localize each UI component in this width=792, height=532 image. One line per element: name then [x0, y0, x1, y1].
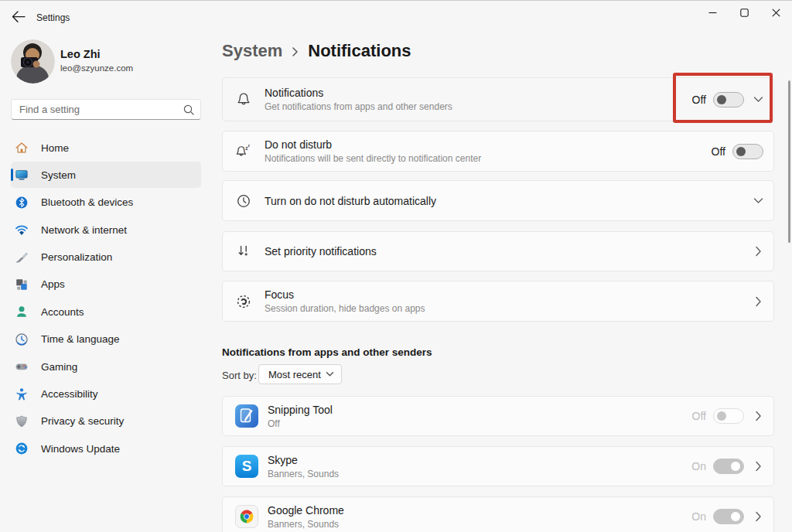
home-icon — [15, 141, 29, 155]
back-arrow-icon — [11, 10, 26, 24]
sidebar-item-label: Accessibility — [41, 388, 98, 400]
sidebar-item-label: Time & language — [41, 333, 120, 345]
minimize-button[interactable] — [697, 1, 729, 24]
sidebar-item-label: Gaming — [41, 361, 77, 373]
gaming-icon — [15, 360, 29, 373]
app-subtitle: Banners, Sounds — [268, 519, 691, 530]
card-priority-notifications[interactable]: Set priority notifications — [222, 231, 774, 271]
app-name: Skype — [268, 454, 691, 466]
windows-update-icon — [15, 442, 29, 455]
search-box[interactable] — [11, 99, 201, 120]
google-chrome-icon — [235, 505, 258, 528]
sidebar-item-home[interactable]: Home — [11, 135, 201, 161]
card-dnd-automatic[interactable]: Turn on do not disturb automatically — [222, 180, 774, 221]
card-title: Set priority notifications — [265, 245, 744, 257]
card-title: Do not disturb — [265, 138, 712, 151]
minimize-icon — [708, 9, 717, 17]
apps-icon — [15, 278, 29, 292]
avatar-photo — [11, 39, 55, 84]
toggle-state-label: Off — [712, 145, 725, 158]
card-subtitle: Session duration, hide badges on apps — [265, 303, 744, 314]
avatar[interactable] — [11, 39, 55, 84]
scrollbar-thumb[interactable] — [788, 80, 790, 243]
sidebar-item-time-language[interactable]: Time & language — [11, 326, 201, 353]
sidebar-item-accessibility[interactable]: Accessibility — [11, 381, 201, 408]
sidebar-item-label: Personalization — [41, 251, 112, 263]
maximize-button[interactable] — [729, 1, 760, 24]
sidebar-item-accounts[interactable]: Accounts — [11, 298, 201, 325]
sidebar-item-label: Network & internet — [41, 224, 127, 236]
skype-toggle[interactable] — [713, 459, 744, 474]
bluetooth-icon — [15, 196, 29, 210]
sort-dropdown[interactable]: Most recent — [258, 364, 342, 384]
app-name: Snipping Tool — [268, 404, 692, 416]
toggle-state-label: On — [691, 510, 706, 523]
focus-icon — [235, 293, 252, 310]
sidebar-item-label: Bluetooth & devices — [41, 196, 133, 208]
dropdown-chevron-icon — [326, 371, 334, 377]
priority-icon — [235, 243, 252, 260]
search-icon — [183, 104, 194, 115]
breadcrumb-chevron-icon — [292, 46, 299, 57]
toggle-state-label: On — [691, 460, 706, 472]
back-button[interactable] — [11, 10, 26, 24]
snipping-tool-icon — [235, 404, 258, 428]
sidebar-item-label: Home — [41, 142, 69, 154]
accounts-icon — [15, 305, 29, 319]
user-email: leo@szyunze.com — [60, 63, 133, 73]
card-title: Notifications — [265, 87, 692, 99]
sidebar-item-label: Privacy & security — [41, 415, 124, 427]
svg-text:z: z — [248, 144, 251, 148]
maximize-icon — [740, 9, 749, 17]
card-title: Focus — [265, 288, 744, 301]
app-subtitle: Banners, Sounds — [268, 469, 691, 479]
chevron-right-icon[interactable] — [755, 411, 762, 421]
sidebar-item-bluetooth[interactable]: Bluetooth & devices — [11, 189, 201, 216]
search-input[interactable] — [12, 104, 177, 115]
app-row-google-chrome[interactable]: Google Chrome Banners, Sounds On — [222, 496, 774, 532]
breadcrumb-system[interactable]: System — [222, 41, 282, 61]
snipping-tool-toggle[interactable] — [713, 408, 744, 424]
google-chrome-toggle[interactable] — [713, 509, 744, 524]
close-button[interactable] — [760, 1, 792, 24]
sidebar-item-apps[interactable]: Apps — [11, 271, 201, 298]
toggle-state-label: Off — [692, 410, 706, 422]
sidebar-item-network[interactable]: Network & internet — [11, 217, 201, 243]
schedule-clock-icon — [235, 193, 252, 210]
card-subtitle: Notifications will be sent directly to n… — [265, 153, 712, 164]
card-focus[interactable]: Focus Session duration, hide badges on a… — [222, 281, 774, 322]
app-subtitle: Off — [268, 418, 692, 429]
sidebar-item-label: Accounts — [41, 306, 84, 318]
sidebar-item-gaming[interactable]: Gaming — [11, 353, 201, 380]
sidebar-item-personalization[interactable]: Personalization — [11, 244, 201, 271]
sidebar-item-label: System — [41, 169, 76, 181]
chevron-right-icon[interactable] — [755, 296, 762, 307]
app-row-skype[interactable]: S Skype Banners, Sounds On — [222, 446, 774, 486]
chevron-right-icon[interactable] — [755, 461, 762, 472]
breadcrumb: System Notifications — [222, 41, 411, 61]
accessibility-icon — [15, 387, 29, 401]
do-not-disturb-toggle[interactable] — [732, 144, 763, 159]
skype-icon: S — [235, 455, 258, 478]
network-icon — [15, 223, 29, 237]
sidebar-item-label: Apps — [41, 278, 65, 290]
close-icon — [772, 9, 780, 17]
toggle-knob — [731, 512, 740, 521]
system-icon — [15, 168, 29, 182]
sort-by-label: Sort by: — [222, 370, 257, 381]
toggle-knob — [736, 147, 746, 156]
do-not-disturb-icon: zz — [235, 143, 252, 160]
card-do-not-disturb[interactable]: zz Do not disturb Notifications will be … — [222, 131, 774, 172]
chevron-right-icon[interactable] — [755, 246, 762, 257]
chevron-down-icon[interactable] — [753, 197, 763, 204]
chevron-right-icon[interactable] — [755, 511, 762, 522]
sidebar-item-system[interactable]: System — [11, 162, 201, 188]
page-title: Notifications — [308, 41, 411, 61]
app-row-snipping-tool[interactable]: Snipping Tool Off Off — [222, 396, 774, 436]
sidebar-item-privacy-security[interactable]: Privacy & security — [11, 408, 201, 435]
toggle-knob — [731, 462, 740, 471]
sidebar-item-windows-update[interactable]: Windows Update — [11, 435, 201, 462]
toggle-knob — [717, 411, 726, 421]
card-subtitle: Get notifications from apps and other se… — [265, 101, 692, 112]
highlight-annotation — [673, 73, 773, 123]
